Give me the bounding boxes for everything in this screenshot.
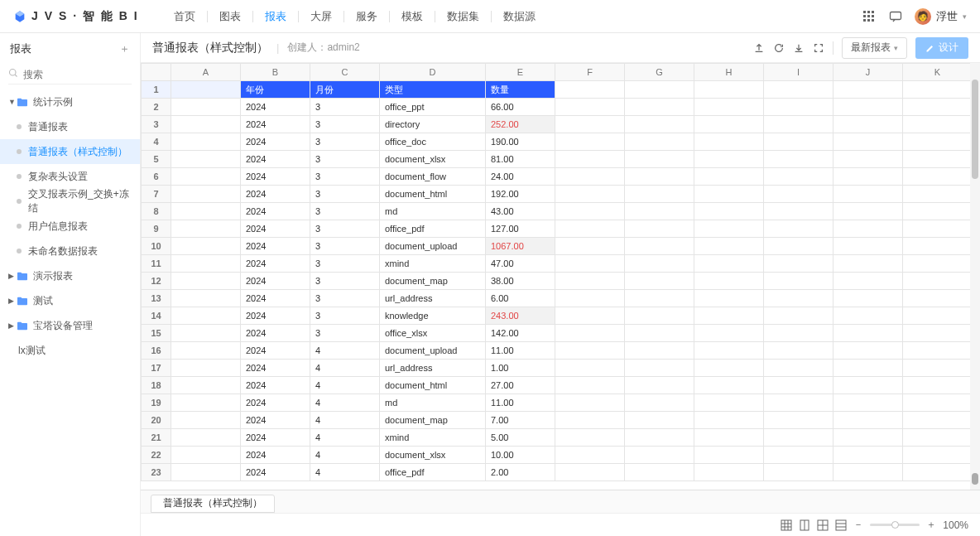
cell[interactable]: 1067.00 [486, 238, 555, 255]
cell[interactable] [833, 394, 903, 412]
cell[interactable]: document_xlsx [380, 151, 486, 168]
cell[interactable]: 2024 [241, 203, 310, 220]
cell[interactable] [555, 238, 625, 255]
cell[interactable] [171, 464, 241, 481]
cell[interactable] [171, 238, 241, 255]
cell[interactable] [764, 273, 833, 290]
cell[interactable] [903, 273, 973, 290]
row-header[interactable]: 17 [142, 360, 171, 377]
cell[interactable]: 3 [310, 133, 380, 151]
cell[interactable] [903, 290, 973, 307]
zoom-out-icon[interactable]: － [853, 518, 863, 532]
nav-tab-3[interactable]: 大屏 [299, 0, 343, 33]
cell[interactable] [555, 81, 625, 99]
cell[interactable]: 4 [310, 429, 380, 447]
cell[interactable]: document_html [380, 377, 486, 394]
cell[interactable] [625, 394, 694, 412]
cell[interactable]: 2.00 [486, 464, 555, 481]
row-header[interactable]: 10 [142, 238, 171, 255]
cell[interactable] [833, 133, 903, 151]
cell[interactable]: 81.00 [486, 151, 555, 168]
cell[interactable]: 2024 [241, 447, 310, 464]
cell[interactable] [171, 151, 241, 168]
cell[interactable] [694, 238, 764, 255]
cell[interactable] [903, 151, 973, 168]
cell[interactable]: 243.00 [486, 307, 555, 325]
cell[interactable] [694, 116, 764, 133]
cell[interactable] [764, 307, 833, 325]
cell[interactable]: 24.00 [486, 168, 555, 186]
cell[interactable]: 3 [310, 307, 380, 325]
cell[interactable] [903, 447, 973, 464]
row-header[interactable]: 3 [142, 116, 171, 133]
cell[interactable]: office_xlsx [380, 325, 486, 342]
apps-icon[interactable] [862, 9, 877, 24]
cell[interactable] [625, 99, 694, 116]
cell[interactable] [694, 325, 764, 342]
cell[interactable] [625, 377, 694, 394]
cell[interactable] [764, 429, 833, 447]
cell[interactable]: directory [380, 116, 486, 133]
cell[interactable] [833, 81, 903, 99]
cell[interactable]: 66.00 [486, 99, 555, 116]
cell[interactable]: 4 [310, 342, 380, 360]
cell[interactable] [903, 238, 973, 255]
cell[interactable]: url_address [380, 290, 486, 307]
cell[interactable] [694, 273, 764, 290]
cell[interactable]: 127.00 [486, 220, 555, 238]
cell[interactable] [903, 99, 973, 116]
nav-tab-4[interactable]: 服务 [344, 0, 389, 33]
cell[interactable] [764, 325, 833, 342]
cell[interactable]: 5.00 [486, 429, 555, 447]
cell[interactable] [833, 116, 903, 133]
cell[interactable] [625, 273, 694, 290]
cell[interactable] [171, 116, 241, 133]
cell[interactable] [555, 447, 625, 464]
cell[interactable]: 2024 [241, 151, 310, 168]
cell[interactable] [171, 168, 241, 186]
cell[interactable] [903, 116, 973, 133]
cell[interactable] [625, 116, 694, 133]
cell[interactable] [694, 342, 764, 360]
cell[interactable] [625, 412, 694, 429]
cell[interactable] [171, 377, 241, 394]
view-page-icon[interactable] [799, 519, 810, 531]
vertical-scrollbar[interactable] [970, 63, 980, 490]
cell[interactable] [764, 186, 833, 203]
row-header[interactable]: 20 [142, 412, 171, 429]
cell[interactable] [764, 116, 833, 133]
row-header[interactable]: 19 [142, 394, 171, 412]
cell[interactable]: 11.00 [486, 342, 555, 360]
cell[interactable] [764, 238, 833, 255]
cell[interactable] [171, 290, 241, 307]
row-header[interactable]: 8 [142, 203, 171, 220]
zoom-slider[interactable] [870, 524, 920, 526]
cell[interactable]: 2024 [241, 394, 310, 412]
view-split-icon[interactable] [817, 519, 829, 531]
cell[interactable] [764, 133, 833, 151]
spreadsheet[interactable]: ABCDEFGHIJK1年份月份类型数量220243office_ppt66.0… [141, 63, 973, 481]
cell[interactable] [171, 133, 241, 151]
row-header[interactable]: 21 [142, 429, 171, 447]
cell[interactable] [694, 290, 764, 307]
cell[interactable]: 2024 [241, 133, 310, 151]
cell[interactable] [625, 290, 694, 307]
cell[interactable]: 11.00 [486, 394, 555, 412]
cell[interactable] [833, 325, 903, 342]
cell[interactable] [833, 203, 903, 220]
cell[interactable] [903, 307, 973, 325]
cell[interactable] [903, 464, 973, 481]
cell[interactable] [171, 99, 241, 116]
cell[interactable]: 252.00 [486, 116, 555, 133]
cell[interactable] [555, 412, 625, 429]
cell[interactable]: md [380, 394, 486, 412]
cell[interactable]: 3 [310, 238, 380, 255]
nav-tab-6[interactable]: 数据集 [435, 0, 491, 33]
cell[interactable]: xmind [380, 429, 486, 447]
cell[interactable]: 2024 [241, 325, 310, 342]
cell[interactable]: 3 [310, 99, 380, 116]
cell[interactable] [625, 238, 694, 255]
cell[interactable] [764, 151, 833, 168]
cell[interactable] [171, 307, 241, 325]
cell[interactable]: 3 [310, 116, 380, 133]
